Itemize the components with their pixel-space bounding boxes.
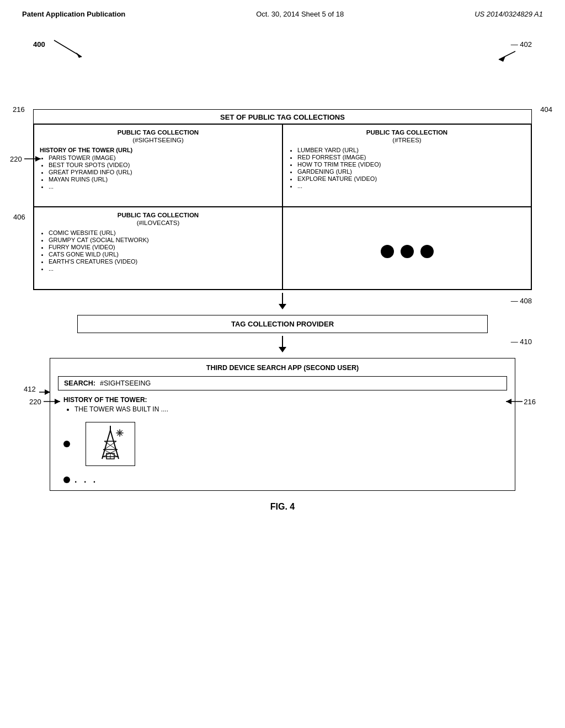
list-item: ... bbox=[49, 265, 276, 272]
provider-box-title: TAG COLLECTION PROVIDER bbox=[87, 320, 478, 328]
list-item: PARIS TOWER (IMAGE) bbox=[49, 154, 276, 161]
result-section: 220 216 HISTORY OF THE TOWER: THE TOWER … bbox=[58, 396, 507, 485]
list-item: RED FORREST (IMAGE) bbox=[297, 154, 525, 160]
tag3-subtitle: (#ILOVECATS) bbox=[40, 220, 276, 226]
list-item: COMIC WEBSITE (URL) bbox=[49, 229, 276, 236]
bullet-ellipsis bbox=[63, 477, 70, 483]
tag1-title: PUBLIC TAG COLLECTION bbox=[40, 129, 276, 136]
label-216-outer: 216 bbox=[13, 105, 25, 114]
tower-icon bbox=[91, 425, 130, 463]
fig-label: FIG. 4 bbox=[33, 502, 532, 512]
list-item: ... bbox=[49, 183, 276, 190]
list-item: LUMBER YARD (URL) bbox=[297, 147, 525, 153]
arrow-to-search-app: — 410 bbox=[33, 333, 532, 358]
list-item: BEST TOUR SPOTS (VIDEO) bbox=[49, 162, 276, 168]
list-item: ... bbox=[297, 183, 525, 189]
list-item: MAYAN RUINS (URL) bbox=[49, 176, 276, 183]
list-item: EARTH'S CREATURES (VIDEO) bbox=[49, 258, 276, 265]
header-right: US 2014/0324829 A1 bbox=[475, 10, 543, 18]
inner-grid: PUBLIC TAG COLLECTION (#SIGHTSEEING) 220… bbox=[34, 124, 531, 290]
label-410: — 410 bbox=[511, 338, 532, 346]
tag-cell-dots bbox=[282, 207, 531, 290]
svg-marker-9 bbox=[55, 399, 60, 404]
list-item: HOW TO TRIM TREE (VIDEO) bbox=[297, 161, 525, 168]
bullet-tower bbox=[63, 441, 70, 447]
list-item: EXPLORE NATURE (VIDEO) bbox=[297, 175, 525, 182]
tag-cell-trees: PUBLIC TAG COLLECTION (#TREES) LUMBER YA… bbox=[282, 124, 531, 207]
tag-cell-sightseeing: PUBLIC TAG COLLECTION (#SIGHTSEEING) 220… bbox=[34, 124, 282, 207]
result-label-216: 216 bbox=[502, 396, 536, 407]
list-item: GARDENING (URL) bbox=[297, 168, 525, 175]
search-bar: SEARCH: #SIGHTSEEING bbox=[58, 376, 507, 390]
svg-marker-7 bbox=[45, 389, 50, 395]
tag1-list: PARIS TOWER (IMAGE) BEST TOUR SPOTS (VID… bbox=[40, 154, 276, 190]
arrow-402-svg bbox=[493, 49, 521, 65]
result-list: THE TOWER WAS BUILT IN .... bbox=[63, 405, 507, 413]
ellipsis-text: . . . bbox=[74, 475, 98, 485]
arrow-220-svg bbox=[23, 153, 45, 164]
arrow-to-provider: — 408 bbox=[33, 290, 532, 315]
list-item: FURRY MOVIE (VIDEO) bbox=[49, 244, 276, 250]
search-value: #SIGHTSEEING bbox=[100, 379, 151, 387]
arrow-412-svg bbox=[38, 388, 54, 397]
result-item-1: THE TOWER WAS BUILT IN .... bbox=[74, 405, 507, 413]
tag1-subtitle: (#SIGHTSEEING) bbox=[40, 137, 276, 143]
ellipsis-row: . . . bbox=[63, 475, 507, 485]
header-center: Oct. 30, 2014 Sheet 5 of 18 bbox=[256, 10, 344, 18]
search-app-box: THIRD DEVICE SEARCH APP (SECOND USER) 41… bbox=[50, 358, 515, 491]
list-item: GRUMPY CAT (SOCIAL NETWORK) bbox=[49, 237, 276, 243]
label-402: — 402 bbox=[511, 40, 532, 49]
label-406: 406 bbox=[13, 213, 25, 221]
arrow-result-220-svg bbox=[42, 396, 65, 407]
tag1-first-item: HISTORY OF THE TOWER (URL) bbox=[40, 147, 276, 153]
svg-marker-11 bbox=[506, 399, 511, 404]
header-left: Patent Application Publication bbox=[22, 10, 125, 18]
dot-1 bbox=[381, 245, 394, 258]
label-400: 400 bbox=[33, 40, 45, 49]
arrow-result-216-svg bbox=[502, 396, 524, 407]
dot-3 bbox=[420, 245, 434, 258]
dot-2 bbox=[401, 245, 414, 258]
label-408: — 408 bbox=[511, 297, 532, 305]
result-label-220: 220 bbox=[29, 396, 65, 407]
list-item: GREAT PYRAMID INFO (URL) bbox=[49, 169, 276, 175]
list-item: CATS GONE WILD (URL) bbox=[49, 251, 276, 258]
result-title: HISTORY OF THE TOWER: bbox=[63, 396, 507, 404]
diagram-area: 400 — 402 216 404 SET OF PUBLIC TAG COLL… bbox=[0, 24, 565, 528]
outer-box-title: SET OF PUBLIC TAG COLLECTIONS bbox=[34, 110, 531, 124]
search-app-title: THIRD DEVICE SEARCH APP (SECOND USER) bbox=[58, 364, 507, 372]
label-220-outer: 220 bbox=[10, 153, 45, 164]
tag2-list: LUMBER YARD (URL) RED FORREST (IMAGE) HO… bbox=[289, 147, 525, 189]
svg-marker-1 bbox=[76, 52, 82, 58]
tag3-title: PUBLIC TAG COLLECTION bbox=[40, 212, 276, 218]
search-label: SEARCH: bbox=[64, 379, 95, 387]
arrow-400-svg bbox=[49, 35, 93, 62]
tag-cell-ilovecats: 406 PUBLIC TAG COLLECTION (#ILOVECATS) C… bbox=[34, 207, 282, 290]
public-tag-collections-box: 216 404 SET OF PUBLIC TAG COLLECTIONS PU… bbox=[33, 109, 532, 290]
tag2-subtitle: (#TREES) bbox=[289, 137, 525, 143]
svg-marker-5 bbox=[35, 156, 41, 162]
tower-image-box bbox=[86, 422, 135, 466]
tag3-list: COMIC WEBSITE (URL) GRUMPY CAT (SOCIAL N… bbox=[40, 229, 276, 272]
tower-image-row bbox=[63, 417, 507, 470]
tag2-title: PUBLIC TAG COLLECTION bbox=[289, 129, 525, 136]
provider-box: TAG COLLECTION PROVIDER bbox=[77, 315, 488, 333]
page-header: Patent Application Publication Oct. 30, … bbox=[0, 0, 565, 24]
label-412: 412 bbox=[24, 385, 36, 393]
label-404: 404 bbox=[540, 105, 552, 114]
